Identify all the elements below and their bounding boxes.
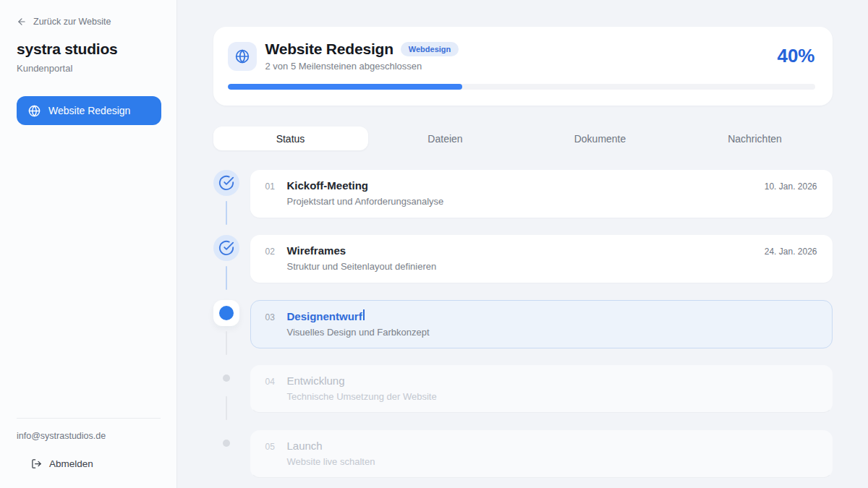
milestone-number: 02 xyxy=(265,247,287,257)
milestone-number: 05 xyxy=(265,442,287,452)
text-caret xyxy=(363,309,365,320)
milestone-title: Launch xyxy=(287,440,323,452)
page-title: Website Redesign xyxy=(265,40,393,58)
progress-fill xyxy=(228,84,463,90)
milestone-card[interactable]: 04 Entwicklung Technische Umsetzung der … xyxy=(250,365,833,413)
milestone-date: 24. Jan. 2026 xyxy=(765,247,817,257)
milestone-summary: 2 von 5 Meilensteinen abgeschlossen xyxy=(265,61,459,72)
milestone-state-icon xyxy=(213,170,239,196)
back-to-website-link[interactable]: Zurück zur Website xyxy=(17,17,161,27)
tab-label: Nachrichten xyxy=(728,133,782,145)
globe-icon xyxy=(28,105,41,117)
timeline-rail xyxy=(213,365,239,420)
project-globe-icon xyxy=(228,42,257,71)
tab-bar: StatusDateienDokumenteNachrichten xyxy=(213,127,833,150)
milestone-title: Designentwurf xyxy=(287,310,362,322)
milestone-state-icon xyxy=(213,430,239,456)
milestone-description: Visuelles Design und Farbkonzept xyxy=(287,327,817,338)
milestone-description: Struktur und Seitenlayout definieren xyxy=(287,261,817,272)
milestone-number: 04 xyxy=(265,377,287,387)
timeline-rail xyxy=(213,300,239,355)
milestone-card[interactable]: 03 Designentwurf Visuelles Design und Fa… xyxy=(250,300,833,348)
portal-label: Kundenportal xyxy=(17,63,161,74)
brand-title: systra studios xyxy=(17,40,161,58)
milestone-number: 03 xyxy=(265,312,287,322)
progress-bar xyxy=(228,84,815,90)
upcoming-dot-icon xyxy=(223,440,230,447)
timeline-connector xyxy=(226,331,227,355)
timeline-rail xyxy=(213,170,239,225)
milestone-row: 05 Launch Website live schalten xyxy=(213,430,833,478)
timeline-connector xyxy=(226,266,227,290)
category-badge: Webdesign xyxy=(401,42,459,56)
milestone-title: Kickoff-Meeting xyxy=(287,179,369,192)
milestone-row: 04 Entwicklung Technische Umsetzung der … xyxy=(213,365,833,420)
milestone-number: 01 xyxy=(265,181,287,192)
milestone-row: 03 Designentwurf Visuelles Design und Fa… xyxy=(213,300,833,355)
timeline-connector xyxy=(226,396,227,420)
milestone-row: 01 Kickoff-Meeting 10. Jan. 2026 Projekt… xyxy=(213,170,833,225)
milestone-card[interactable]: 05 Launch Website live schalten xyxy=(250,430,833,478)
upcoming-dot-icon xyxy=(223,374,230,382)
sidebar-item-project[interactable]: Website Redesign xyxy=(17,96,161,125)
milestone-timeline: 01 Kickoff-Meeting 10. Jan. 2026 Projekt… xyxy=(213,170,833,478)
timeline-rail xyxy=(213,235,239,290)
milestone-description: Projektstart und Anforderungsanalyse xyxy=(287,196,817,207)
milestone-card[interactable]: 02 Wireframes 24. Jan. 2026 Struktur und… xyxy=(250,235,833,283)
logout-button[interactable]: Abmelden xyxy=(31,458,161,469)
milestone-title: Entwicklung xyxy=(287,374,345,387)
milestone-card[interactable]: 01 Kickoff-Meeting 10. Jan. 2026 Projekt… xyxy=(250,170,833,218)
tab-label: Status xyxy=(276,133,305,145)
timeline-rail xyxy=(213,430,239,456)
milestone-row: 02 Wireframes 24. Jan. 2026 Struktur und… xyxy=(213,235,833,290)
tab-label: Dokumente xyxy=(574,133,626,145)
active-dot-icon xyxy=(219,306,234,320)
tab-dateien[interactable]: Dateien xyxy=(368,127,523,150)
logout-label: Abmelden xyxy=(49,458,93,469)
main-area: Website Redesign Webdesign 2 von 5 Meile… xyxy=(177,0,868,488)
milestone-state-icon xyxy=(213,235,239,261)
sidebar: Zurück zur Website systra studios Kunden… xyxy=(0,0,177,488)
user-email: info@systrastudios.de xyxy=(17,431,161,441)
project-button-label: Website Redesign xyxy=(48,105,130,116)
milestone-title: Wireframes xyxy=(287,244,346,257)
milestone-description: Technische Umsetzung der Website xyxy=(287,391,817,402)
milestone-date: 10. Jan. 2026 xyxy=(765,181,817,192)
back-link-label: Zurück zur Website xyxy=(33,17,111,27)
check-circle-icon xyxy=(218,240,234,256)
sidebar-spacer xyxy=(17,125,161,418)
tab-status[interactable]: Status xyxy=(213,127,368,150)
arrow-left-icon xyxy=(17,17,27,27)
tab-dokumente[interactable]: Dokumente xyxy=(523,127,678,150)
milestone-state-icon xyxy=(213,365,239,391)
milestone-description: Website live schalten xyxy=(287,456,817,467)
timeline-connector xyxy=(226,201,227,225)
check-circle-icon xyxy=(218,175,234,191)
progress-percent: 40% xyxy=(777,45,814,67)
tab-label: Dateien xyxy=(427,133,462,145)
sidebar-divider xyxy=(17,418,161,419)
log-out-icon xyxy=(31,458,42,469)
tab-nachrichten[interactable]: Nachrichten xyxy=(678,127,833,150)
milestone-state-icon xyxy=(213,300,239,326)
project-header-card: Website Redesign Webdesign 2 von 5 Meile… xyxy=(213,27,833,106)
